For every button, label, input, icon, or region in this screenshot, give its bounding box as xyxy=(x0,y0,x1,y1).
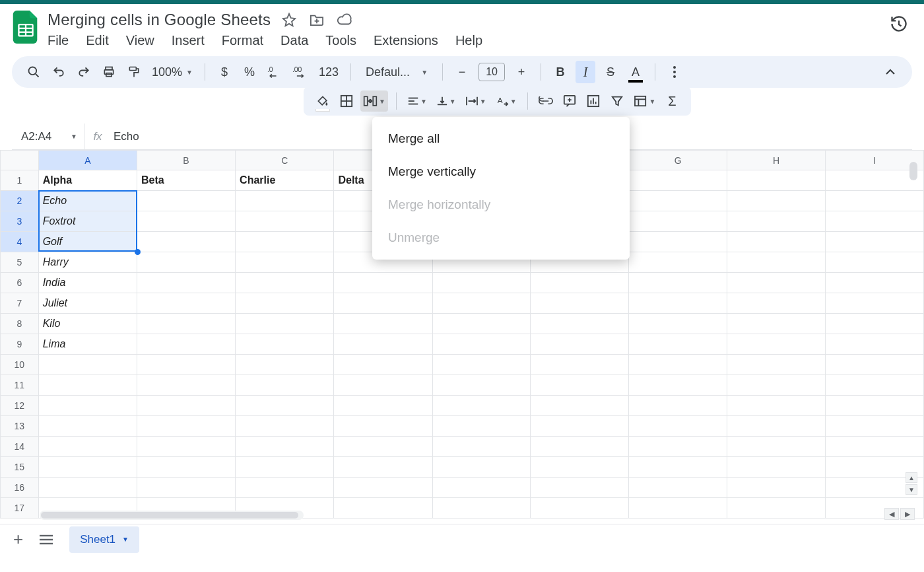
cell[interactable] xyxy=(432,396,531,416)
cell[interactable] xyxy=(531,314,629,334)
text-rotation-button[interactable]: A▼ xyxy=(493,90,519,112)
cell[interactable] xyxy=(334,314,432,334)
cell[interactable] xyxy=(432,478,531,498)
cell[interactable] xyxy=(38,355,137,375)
cell[interactable] xyxy=(236,355,334,375)
cloud-status-icon[interactable] xyxy=(337,12,352,28)
cell[interactable] xyxy=(334,437,432,457)
undo-icon[interactable] xyxy=(49,61,69,83)
row-header[interactable]: 12 xyxy=(1,396,39,416)
cell[interactable] xyxy=(727,416,826,437)
cell[interactable] xyxy=(531,396,629,416)
cell[interactable] xyxy=(137,396,235,416)
font-size-decrease[interactable]: − xyxy=(452,61,472,83)
row-header[interactable]: 2 xyxy=(1,191,39,211)
cell[interactable] xyxy=(629,355,727,375)
search-menu-icon[interactable] xyxy=(24,61,44,83)
cell[interactable] xyxy=(38,437,137,457)
cell[interactable] xyxy=(727,396,826,416)
cell[interactable] xyxy=(38,396,137,416)
cell[interactable] xyxy=(236,478,334,498)
table-views-icon[interactable]: ▼ xyxy=(631,90,659,112)
cell[interactable] xyxy=(826,191,924,211)
row-header[interactable]: 10 xyxy=(1,355,39,375)
name-box[interactable]: A2:A4▼ xyxy=(12,124,84,149)
cell[interactable] xyxy=(727,211,826,232)
font-size-input[interactable]: 10 xyxy=(478,63,505,81)
decrease-decimal-icon[interactable]: .0 xyxy=(265,61,284,83)
font-size-increase[interactable]: + xyxy=(512,61,531,83)
cell[interactable] xyxy=(432,498,531,518)
cell[interactable] xyxy=(38,416,137,437)
row-header[interactable]: 5 xyxy=(1,252,39,273)
select-all-corner[interactable] xyxy=(1,151,39,170)
cell[interactable] xyxy=(727,498,826,518)
cell[interactable] xyxy=(531,293,629,314)
cell[interactable] xyxy=(137,211,235,232)
menu-edit[interactable]: Edit xyxy=(86,33,108,48)
row-header[interactable]: 3 xyxy=(1,211,39,232)
cell[interactable] xyxy=(137,457,235,478)
cell[interactable] xyxy=(727,252,826,273)
cell[interactable] xyxy=(531,334,629,355)
insert-chart-icon[interactable] xyxy=(583,90,603,112)
cell[interactable] xyxy=(236,232,334,252)
row-header[interactable]: 8 xyxy=(1,314,39,334)
borders-button[interactable] xyxy=(337,90,356,112)
cell[interactable] xyxy=(236,211,334,232)
row-header[interactable]: 4 xyxy=(1,232,39,252)
toolbar-overflow-icon[interactable] xyxy=(665,61,684,83)
cell[interactable] xyxy=(826,396,924,416)
collapse-toolbar-icon[interactable] xyxy=(880,61,900,83)
fill-color-button[interactable] xyxy=(313,90,333,112)
menu-insert[interactable]: Insert xyxy=(172,33,205,48)
cell[interactable] xyxy=(38,478,137,498)
cell[interactable] xyxy=(727,170,826,191)
cell[interactable] xyxy=(236,437,334,457)
percent-button[interactable]: % xyxy=(240,61,259,83)
cell[interactable] xyxy=(629,478,727,498)
star-icon[interactable] xyxy=(281,12,297,28)
cell[interactable] xyxy=(531,478,629,498)
functions-sigma-icon[interactable]: Σ xyxy=(662,90,682,112)
cell[interactable] xyxy=(236,416,334,437)
cell[interactable] xyxy=(432,334,531,355)
add-sheet-button[interactable]: + xyxy=(13,529,23,550)
cell[interactable]: Beta xyxy=(137,170,235,191)
zoom-dropdown[interactable]: 100%▼ xyxy=(149,61,195,83)
cell[interactable] xyxy=(629,375,727,396)
cell[interactable] xyxy=(432,416,531,437)
cell[interactable] xyxy=(137,314,235,334)
cell[interactable] xyxy=(432,314,531,334)
cell[interactable] xyxy=(629,170,727,191)
cell[interactable]: Harry xyxy=(38,252,137,273)
cell[interactable] xyxy=(727,355,826,375)
cell[interactable] xyxy=(137,478,235,498)
menu-tools[interactable]: Tools xyxy=(325,33,356,48)
column-header[interactable]: C xyxy=(236,151,334,170)
redo-icon[interactable] xyxy=(74,61,94,83)
cell[interactable] xyxy=(629,416,727,437)
horizontal-scrollbar[interactable] xyxy=(40,511,304,520)
cell[interactable] xyxy=(432,375,531,396)
cell[interactable] xyxy=(236,396,334,416)
version-history-icon[interactable] xyxy=(886,11,912,37)
cell[interactable] xyxy=(334,498,432,518)
cell[interactable] xyxy=(334,293,432,314)
row-header[interactable]: 7 xyxy=(1,293,39,314)
cell[interactable] xyxy=(629,396,727,416)
cell[interactable] xyxy=(727,314,826,334)
cell[interactable] xyxy=(137,252,235,273)
insert-link-icon[interactable] xyxy=(536,90,556,112)
cell[interactable] xyxy=(334,334,432,355)
row-header[interactable]: 9 xyxy=(1,334,39,355)
cell[interactable] xyxy=(629,273,727,293)
paint-format-icon[interactable] xyxy=(124,61,144,83)
filter-icon[interactable] xyxy=(607,90,627,112)
menu-help[interactable]: Help xyxy=(455,33,482,48)
cell[interactable] xyxy=(629,191,727,211)
cell[interactable] xyxy=(236,457,334,478)
cell[interactable] xyxy=(236,334,334,355)
document-title[interactable]: Merging cells in Google Sheets xyxy=(48,11,271,29)
cell[interactable] xyxy=(826,437,924,457)
